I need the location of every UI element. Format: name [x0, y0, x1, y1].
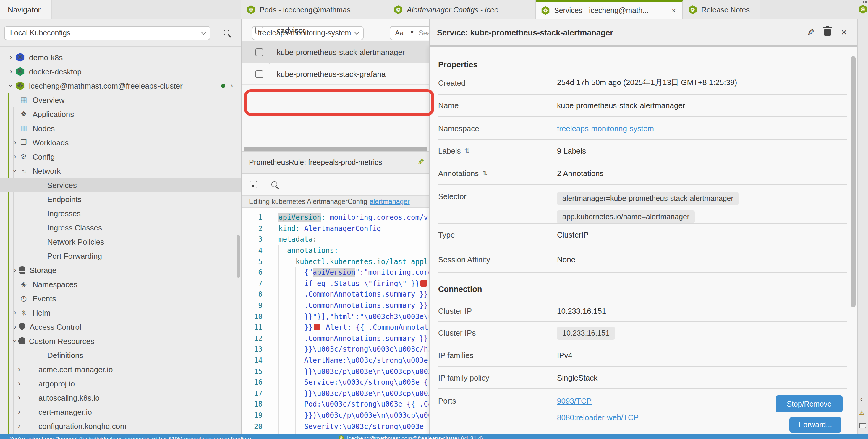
code-line: 20 Severity:\u003c/strong\u003e: [242, 421, 429, 432]
sidebar-tree-item[interactable]: ◷ Events ›: [0, 291, 241, 305]
sidebar-tree-item[interactable]: › Custom Resources ›: [0, 334, 241, 348]
code-line-text: kind: AlertmanagerConfig: [262, 225, 381, 233]
editor-search-icon[interactable]: [271, 181, 277, 187]
code-line-text: apiVersion: monitoring.coreos.com/v1: [262, 213, 429, 222]
chevron-right-icon[interactable]: ›: [6, 53, 16, 62]
drawer-scrollbar[interactable]: [851, 56, 856, 307]
chevron-right-icon[interactable]: ›: [6, 67, 16, 76]
chevron-right-icon[interactable]: ›: [16, 379, 23, 387]
save-icon[interactable]: [250, 180, 257, 188]
chevron-right-icon[interactable]: ›: [230, 81, 233, 90]
chevron-right-icon[interactable]: ›: [16, 365, 23, 373]
type-label: Type: [438, 230, 557, 239]
sidebar-tree-item[interactable]: › ☸ icecheng@mathmast.com@freeleaps-clus…: [0, 78, 241, 93]
service-table-row-partial[interactable]: kube-prometheus-stack-kube-state-metrics: [242, 142, 429, 146]
document-tab[interactable]: ☸ Services - icecheng@math... ×: [536, 0, 683, 20]
tree-item-icon: ❖: [19, 110, 28, 118]
row-checkbox[interactable]: [255, 26, 263, 34]
status-bar: You're using Lens Personal (for individu…: [0, 434, 868, 439]
sidebar-tree-item[interactable]: › ⎈ Helm ›: [0, 305, 241, 319]
port-link-9093[interactable]: 9093/TCP: [557, 397, 639, 405]
sidebar-tree-item[interactable]: ❖ Applications ›: [0, 107, 241, 121]
editor-dock-header: PrometheusRule: freepeals-prod-metrics ✎: [242, 151, 429, 174]
service-table-row[interactable]: cadvisor: [242, 20, 429, 41]
sidebar-tree-item[interactable]: Ingresses ›: [0, 206, 241, 221]
sidebar-tree-item[interactable]: › ⚙ Config ›: [0, 149, 241, 164]
sidebar-tree-item[interactable]: Endpoints ›: [0, 192, 241, 206]
chevron-right-icon[interactable]: ›: [16, 422, 23, 430]
sidebar-tree-item[interactable]: Ingress Classes ›: [0, 221, 241, 235]
chevron-right-icon[interactable]: ›: [11, 323, 19, 331]
sidebar-tree-item[interactable]: Definitions ›: [0, 348, 241, 362]
sidebar-tree-item[interactable]: › autoscaling.k8s.io ›: [0, 391, 241, 405]
line-number: 17: [242, 390, 262, 398]
chevron-right-icon[interactable]: ›: [11, 167, 19, 175]
delete-trash-icon[interactable]: [824, 29, 831, 36]
sidebar-tree-item[interactable]: › ❒ Workloads ›: [0, 135, 241, 149]
scrollbar-thumb[interactable]: [244, 147, 428, 151]
edit-pencil-icon[interactable]: ✎: [807, 27, 814, 38]
sidebar-tree-item[interactable]: Network Policies ›: [0, 235, 241, 249]
sidebar-tree-item[interactable]: › argoproj.io ›: [0, 376, 241, 391]
yaml-editor[interactable]: 1 apiVersion: monitoring.coreos.com/v1 2…: [242, 208, 429, 439]
chevron-right-icon[interactable]: ›: [11, 308, 19, 317]
tab-close-icon[interactable]: ×: [671, 6, 677, 15]
port-link-8080[interactable]: 8080:reloader-web/TCP: [557, 413, 639, 422]
collapse-chevron-icon[interactable]: ›: [860, 397, 862, 404]
tree-item-label: Overview: [33, 95, 64, 104]
service-table-row[interactable]: kube-prometheus-stack-alertmanager: [242, 41, 429, 63]
selector-row: Selector alertmanager=kube-prometheus-st…: [438, 185, 847, 224]
terminal-panel-icon[interactable]: [859, 423, 866, 428]
sidebar-tree-item[interactable]: › configuration.konghq.com ›: [0, 419, 241, 433]
line-number: 16: [242, 378, 262, 386]
sidebar-tree-item[interactable]: › ↑↓ Network ›: [0, 164, 241, 178]
expand-updown-icon[interactable]: ⇅: [464, 147, 470, 155]
expand-updown-icon[interactable]: ⇅: [482, 170, 488, 177]
horizontal-scrollbar[interactable]: [242, 146, 429, 151]
chevron-right-icon[interactable]: ›: [11, 153, 19, 161]
row-checkbox[interactable]: [255, 48, 263, 56]
namespace-link[interactable]: freeleaps-monitoring-system: [557, 124, 654, 133]
sidebar-tree-item[interactable]: ◈ Namespaces ›: [0, 277, 241, 291]
warning-triangle-icon[interactable]: ⚠: [859, 409, 864, 416]
document-tab[interactable]: ☸ Release Notes: [683, 0, 761, 20]
selector-badge: app.kubernetes.io/name=alertmanager: [557, 210, 695, 223]
code-line: 9 .CommonAnnotations.summary }}: [242, 300, 429, 311]
chevron-right-icon[interactable]: ›: [16, 408, 23, 416]
row-checkbox[interactable]: [255, 70, 263, 78]
labels-label: Labels ⇅: [438, 146, 557, 156]
sidebar-tree-item[interactable]: › cert-manager.io ›: [0, 405, 241, 419]
sidebar-tree-item[interactable]: Port Forwarding ›: [0, 249, 241, 263]
close-icon[interactable]: ×: [841, 27, 847, 38]
active-cluster-status: ☸ icecheng@mathmast.com@freeleaps-cluste…: [338, 435, 483, 439]
chevron-right-icon[interactable]: ›: [16, 394, 23, 402]
search-icon[interactable]: [223, 30, 229, 35]
sidebar-scrollbar[interactable]: [237, 235, 240, 278]
document-tab[interactable]: ☸ Alertmanager Configs - icec...: [389, 0, 536, 20]
sidebar-tree-item[interactable]: › ☸ docker-desktop ›: [0, 64, 241, 78]
connection-section-heading: Connection: [438, 273, 847, 301]
chevron-right-icon[interactable]: ›: [11, 266, 19, 274]
line-number: 15: [242, 367, 262, 375]
editing-resource-link[interactable]: alertmanager: [370, 198, 410, 205]
forward-button[interactable]: Forward...: [789, 417, 841, 433]
annotations-label: Annotations ⇅: [438, 169, 557, 178]
sidebar-tree-item[interactable]: ▦ Overview ›: [0, 93, 241, 107]
editor-toolbar: [242, 174, 429, 195]
stop-remove-button[interactable]: Stop/Remove: [776, 395, 843, 412]
tree-item-icon: ☸: [16, 53, 25, 62]
document-tab[interactable]: ☸ Pods - icecheng@mathmas...: [241, 0, 389, 20]
sidebar-tree-item[interactable]: › Access Control ›: [0, 319, 241, 334]
kubeconfig-select[interactable]: Local Kubeconfigs: [4, 26, 211, 40]
navigator-panel-tab[interactable]: Navigator: [0, 0, 52, 19]
sidebar-tree-item[interactable]: Services ›: [0, 178, 241, 192]
sidebar-tree-item[interactable]: › Storage ›: [0, 263, 241, 277]
sidebar-tree-item[interactable]: ▥ Nodes ›: [0, 121, 241, 135]
chevron-right-icon[interactable]: ›: [7, 81, 15, 90]
edit-pencil-icon[interactable]: ✎: [417, 157, 424, 167]
sidebar-tree-item[interactable]: › acme.cert-manager.io ›: [0, 362, 241, 376]
sidebar-tree-item[interactable]: › ☸ demo-k8s ›: [0, 50, 241, 64]
service-table-row[interactable]: kube-prometheus-stack-grafana: [242, 63, 429, 85]
chevron-right-icon[interactable]: ›: [11, 138, 19, 146]
namespace-label: Namespace: [438, 124, 557, 133]
